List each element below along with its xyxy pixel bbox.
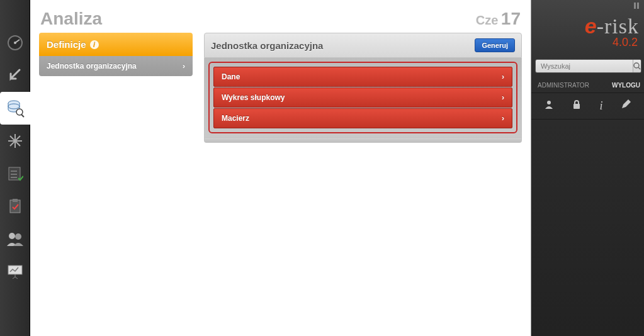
left-column: Definicje i Jednostka organizacyjna › bbox=[39, 33, 193, 143]
option-wykres[interactable]: Wykres słupkowy › bbox=[213, 87, 512, 108]
definitions-header[interactable]: Definicje i bbox=[39, 33, 193, 56]
left-rail bbox=[0, 0, 30, 336]
svg-point-1 bbox=[14, 42, 16, 44]
rail-database[interactable] bbox=[0, 92, 30, 125]
rail-checklist[interactable] bbox=[0, 157, 30, 190]
sidebar-toolbar: i bbox=[531, 99, 644, 120]
checklist-icon bbox=[7, 165, 23, 182]
axes-icon bbox=[7, 133, 23, 149]
lock-icon[interactable] bbox=[572, 99, 581, 113]
info-icon: i bbox=[90, 40, 99, 49]
rail-dashboard[interactable] bbox=[0, 26, 30, 59]
panel-footer-strip bbox=[204, 138, 522, 143]
users-icon bbox=[6, 231, 25, 247]
clipboard-check-icon bbox=[7, 198, 23, 215]
user-icon[interactable] bbox=[544, 99, 554, 113]
brand-version: 4.0.2 bbox=[538, 36, 639, 49]
rail-structure[interactable] bbox=[0, 125, 30, 157]
svg-rect-13 bbox=[573, 104, 580, 109]
chevron-right-icon: › bbox=[502, 93, 504, 102]
option-dane[interactable]: Dane › bbox=[213, 67, 512, 87]
main-header: Analiza Cze 17 bbox=[37, 9, 524, 33]
brand-logo: e-risk 4.0.2 bbox=[531, 0, 644, 49]
user-label: ADMINISTRATOR bbox=[538, 82, 589, 89]
date-month: Cze bbox=[476, 13, 499, 27]
nav-item-org-unit[interactable]: Jednostka organizacyjna › bbox=[39, 56, 193, 76]
brand-suffix: -risk bbox=[597, 14, 639, 38]
page-title: Analiza bbox=[40, 9, 102, 29]
option-macierz[interactable]: Macierz › bbox=[213, 108, 512, 128]
edit-icon[interactable] bbox=[621, 99, 631, 113]
date-display: Cze 17 bbox=[476, 9, 521, 29]
search-input[interactable] bbox=[536, 60, 633, 72]
chevron-right-icon: › bbox=[502, 114, 504, 123]
options-group: Dane › Wykres słupkowy › Macierz › bbox=[208, 62, 517, 133]
option-label: Wykres słupkowy bbox=[222, 93, 285, 102]
main-panel: Analiza Cze 17 Definicje i Jednostka org… bbox=[30, 0, 531, 336]
definitions-label: Definicje bbox=[47, 39, 86, 50]
brand-prefix: e bbox=[585, 14, 597, 38]
rail-users[interactable] bbox=[0, 223, 30, 255]
option-label: Dane bbox=[222, 72, 240, 81]
rail-tasks[interactable] bbox=[0, 190, 30, 223]
drag-handle-icon[interactable] bbox=[634, 3, 640, 6]
chevron-right-icon: › bbox=[502, 72, 504, 81]
svg-point-11 bbox=[634, 63, 639, 68]
chevron-right-icon: › bbox=[183, 62, 185, 70]
logout-link[interactable]: WYLOGU bbox=[612, 82, 640, 89]
info-icon[interactable]: i bbox=[599, 99, 602, 113]
svg-point-8 bbox=[9, 233, 15, 239]
option-label: Macierz bbox=[222, 114, 249, 123]
search-button[interactable] bbox=[633, 60, 641, 72]
gauge-icon bbox=[7, 35, 23, 51]
nav-item-label: Jednostka organizacyjna bbox=[47, 62, 137, 70]
presentation-icon bbox=[6, 264, 24, 280]
rail-presentation[interactable] bbox=[0, 255, 30, 288]
svg-point-12 bbox=[547, 101, 551, 104]
database-search-icon bbox=[6, 99, 25, 118]
sidebar: e-risk 4.0.2 ADMINISTRATOR WYLOGU i bbox=[531, 0, 644, 336]
svg-rect-10 bbox=[8, 266, 22, 274]
svg-rect-7 bbox=[13, 199, 18, 202]
panel-header: Jednostka organizacyjna Generuj bbox=[204, 33, 522, 58]
panel-body: Dane › Wykres słupkowy › Macierz › bbox=[204, 58, 522, 138]
arrow-down-left-icon bbox=[7, 67, 23, 84]
search-icon bbox=[633, 62, 641, 70]
svg-point-9 bbox=[15, 233, 21, 240]
search-box bbox=[535, 59, 641, 73]
right-column: Jednostka organizacyjna Generuj Dane › W… bbox=[204, 33, 522, 143]
panel-title: Jednostka organizacyjna bbox=[211, 40, 323, 51]
rail-arrow[interactable] bbox=[0, 59, 30, 92]
date-day: 17 bbox=[501, 9, 521, 28]
user-bar: ADMINISTRATOR WYLOGU bbox=[531, 82, 644, 93]
generate-button[interactable]: Generuj bbox=[475, 38, 515, 52]
